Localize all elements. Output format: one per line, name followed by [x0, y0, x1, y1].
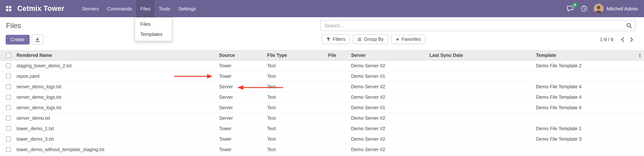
- row-checkbox[interactable]: [6, 74, 11, 78]
- column-header-rendered_name[interactable]: Rendered Name: [16, 53, 219, 58]
- filters-label: Filters: [333, 37, 346, 42]
- row-checkbox[interactable]: [6, 105, 11, 110]
- table-row[interactable]: tower_demo_1.txtTowerTextDemo Server #2D…: [0, 123, 644, 134]
- column-header-last_sync_date[interactable]: Last Sync Date: [430, 53, 536, 58]
- menu-servers[interactable]: Servers: [78, 0, 103, 17]
- pager-range: 1-9 / 9: [600, 37, 613, 42]
- column-header-file[interactable]: File: [328, 53, 351, 58]
- user-menu[interactable]: Mitchell Admin: [594, 4, 638, 13]
- files-list: Rendered NameSourceFile TypeFileServerLa…: [0, 50, 644, 155]
- table-row[interactable]: tower_demo_3.txtTowerTextDemo Server #2D…: [0, 134, 644, 144]
- row-checkbox[interactable]: [6, 137, 11, 141]
- table-body: staging_tower_demo_2.txtTowerTextDemo Se…: [0, 61, 644, 155]
- row-checkbox[interactable]: [6, 84, 11, 89]
- action-buttons: Create: [6, 34, 43, 45]
- search-toolbar: Filters Group By ★ Favorites: [322, 34, 425, 44]
- activities-button[interactable]: [580, 4, 588, 13]
- cell-source: Tower: [219, 74, 267, 79]
- favorites-button[interactable]: ★ Favorites: [391, 34, 426, 44]
- row-checkbox-cell: [0, 95, 16, 99]
- cell-source: Server: [219, 94, 267, 100]
- cell-file_type: Text: [267, 84, 328, 89]
- cell-template: Demo File Template 4: [536, 94, 636, 100]
- row-checkbox-cell: [0, 105, 16, 110]
- cell-template: Demo File Template 1: [536, 126, 636, 131]
- apps-menu-button[interactable]: [0, 0, 17, 17]
- cell-server: Demo Server #2: [351, 94, 430, 100]
- column-header-source[interactable]: Source: [219, 53, 267, 58]
- cell-file_type: Text: [267, 63, 328, 68]
- table-header: Rendered NameSourceFile TypeFileServerLa…: [0, 50, 644, 61]
- menu-settings[interactable]: Settings: [174, 0, 200, 17]
- column-header-server[interactable]: Server: [351, 53, 430, 58]
- cell-rendered_name: tower_demo_3.txt: [16, 136, 219, 142]
- table-row[interactable]: server_demo_logs.txtServerTextDemo Serve…: [0, 102, 644, 113]
- activities-clock-icon: [580, 5, 587, 12]
- cell-source: Server: [219, 105, 267, 110]
- table-row[interactable]: staging_tower_demo_2.txtTowerTextDemo Se…: [0, 61, 644, 71]
- user-name: Mitchell Admin: [606, 6, 638, 11]
- export-button[interactable]: [32, 34, 43, 45]
- table-row[interactable]: repos.yamlTowerTextDemo Server #1: [0, 71, 644, 81]
- optional-columns-toggle[interactable]: ⋮: [636, 53, 644, 58]
- brand-title[interactable]: Cetmix Tower: [17, 0, 64, 17]
- page-title: Files: [6, 22, 21, 30]
- files-dropdown-menu: FilesTemplates: [135, 17, 172, 41]
- cell-source: Tower: [219, 147, 267, 152]
- row-checkbox[interactable]: [6, 126, 11, 131]
- top-menu: ServersCommandsFilesToolsSettings: [78, 0, 200, 17]
- row-checkbox[interactable]: [6, 95, 11, 99]
- cell-file_type: Text: [267, 126, 328, 131]
- search-icon[interactable]: [623, 23, 635, 28]
- menu-files[interactable]: Files: [136, 0, 155, 17]
- cell-server: Demo Server #2: [351, 115, 430, 121]
- table-row[interactable]: server_demo_logs.txtServerTextDemo Serve…: [0, 92, 644, 102]
- cell-source: Tower: [219, 126, 267, 131]
- group-by-label: Group By: [364, 37, 384, 42]
- chat-icon: [567, 6, 574, 12]
- star-icon: ★: [396, 37, 400, 41]
- chevron-left-icon: [621, 37, 624, 42]
- navbar-right: 4 Mitchell Admin: [566, 0, 644, 17]
- pager-next-button[interactable]: [628, 35, 636, 44]
- cell-rendered_name: server_demo.txt: [16, 115, 219, 121]
- cell-rendered_name: repos.yaml: [16, 74, 219, 79]
- cell-source: Tower: [219, 136, 267, 142]
- filter-funnel-icon: [326, 37, 330, 41]
- cell-file_type: Text: [267, 74, 328, 79]
- messages-badge: 4: [572, 3, 577, 7]
- menu-commands[interactable]: Commands: [103, 0, 136, 17]
- create-button[interactable]: Create: [6, 35, 30, 44]
- cell-file_type: Text: [267, 115, 328, 121]
- dropdown-item-templates[interactable]: Templates: [135, 29, 172, 39]
- dropdown-item-files[interactable]: Files: [135, 19, 172, 29]
- menu-tools[interactable]: Tools: [155, 0, 174, 17]
- cell-file_type: Text: [267, 105, 328, 110]
- search-input[interactable]: [321, 23, 623, 28]
- search-box: [320, 20, 635, 31]
- table-row[interactable]: server_demo_logs.txtServerTextDemo Serve…: [0, 81, 644, 92]
- filters-button[interactable]: Filters: [322, 34, 350, 44]
- cell-rendered_name: server_demo_logs.txt: [16, 105, 219, 110]
- group-by-button[interactable]: Group By: [353, 34, 388, 44]
- table-row[interactable]: tower_demo_without_template_staging.txtT…: [0, 144, 644, 155]
- column-header-file_type[interactable]: File Type: [267, 53, 328, 58]
- top-navbar: Cetmix Tower ServersCommandsFilesToolsSe…: [0, 0, 644, 17]
- column-header-template[interactable]: Template: [536, 53, 636, 58]
- cell-rendered_name: tower_demo_1.txt: [16, 126, 219, 131]
- pager-previous-button[interactable]: [618, 35, 627, 44]
- cell-server: Demo Server #2: [351, 126, 430, 131]
- row-checkbox[interactable]: [6, 63, 11, 68]
- select-all-checkbox[interactable]: [6, 53, 11, 58]
- table-row[interactable]: server_demo.txtServerTextDemo Server #2: [0, 113, 644, 123]
- cell-file_type: Text: [267, 147, 328, 152]
- app-root: Cetmix Tower ServersCommandsFilesToolsSe…: [0, 0, 644, 156]
- cell-server: Demo Server #2: [351, 136, 430, 142]
- cell-server: Demo Server #2: [351, 147, 430, 152]
- row-checkbox[interactable]: [6, 116, 11, 120]
- user-avatar: [594, 4, 604, 13]
- favorites-label: Favorites: [402, 37, 421, 42]
- row-checkbox[interactable]: [6, 147, 11, 152]
- messages-button[interactable]: 4: [566, 4, 574, 13]
- cell-template: Demo File Template 4: [536, 84, 636, 89]
